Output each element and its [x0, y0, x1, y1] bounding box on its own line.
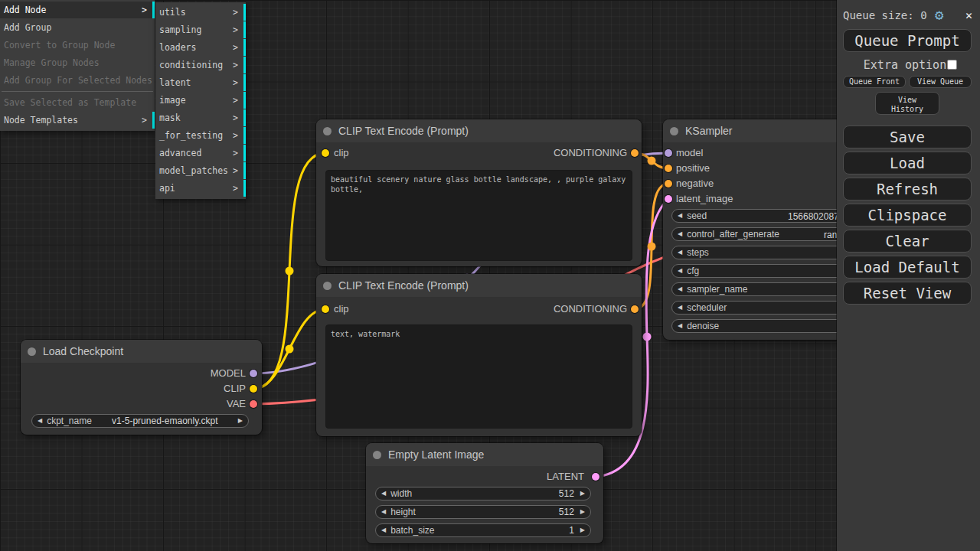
decrement-arrow-icon[interactable]: ◀: [678, 320, 682, 332]
output-slot-conditioning[interactable]: [631, 149, 639, 157]
increment-arrow-icon[interactable]: ▶: [580, 506, 585, 518]
decrement-arrow-icon[interactable]: ◀: [678, 302, 682, 314]
submenu-item-loaders[interactable]: loaders >: [155, 39, 246, 56]
submenu-arrow-icon: >: [233, 180, 238, 197]
node-title-bar[interactable]: Empty Latent Image: [366, 443, 603, 466]
decrement-arrow-icon[interactable]: ◀: [678, 283, 682, 295]
menu-item-manage-group-nodes[interactable]: Manage Group Nodes: [0, 54, 155, 71]
submenu-arrow-icon: >: [142, 112, 147, 129]
queue-front-button[interactable]: Queue Front: [843, 76, 906, 88]
extra-options-checkbox[interactable]: [947, 60, 957, 70]
submenu-arrow-icon: >: [233, 162, 238, 179]
increment-arrow-icon[interactable]: ▶: [580, 487, 585, 500]
output-slot-vae[interactable]: [250, 400, 257, 408]
output-slot-clip[interactable]: [250, 385, 257, 393]
widget-value: 512: [412, 488, 574, 499]
submenu-item-mask[interactable]: mask >: [155, 109, 246, 126]
menu-item-label: latent: [159, 77, 191, 88]
collapse-dot-icon[interactable]: [373, 451, 381, 459]
menu-item-convert-to-group-node[interactable]: Convert to Group Node: [0, 37, 155, 54]
menu-item-label: Add Group: [4, 22, 51, 33]
close-icon[interactable]: ✕: [965, 7, 972, 24]
menu-item-label: image: [159, 95, 186, 106]
widget-name: control_after_generate: [687, 229, 779, 240]
decrement-arrow-icon[interactable]: ◀: [678, 228, 682, 240]
wire-clip-to-negative: [253, 309, 325, 389]
output-slot-latent[interactable]: [592, 473, 599, 481]
decrement-arrow-icon[interactable]: ◀: [38, 415, 42, 427]
menu-item-add-group[interactable]: Add Group: [0, 19, 155, 36]
menu-item-label: utils: [159, 7, 186, 18]
node-clip-text-encode-negative: CLIP Text Encode (Prompt) clip CONDITION…: [316, 274, 642, 436]
comfy-menu-panel: Queue size: 0 ⚙ ✕ Queue Prompt Extra opt…: [837, 0, 980, 551]
refresh-button[interactable]: Refresh: [843, 178, 972, 201]
input-slot-positive[interactable]: [665, 165, 672, 172]
output-label: CONDITIONING: [554, 303, 627, 315]
node-title: Load Checkpoint: [43, 345, 123, 357]
input-slot-latent-image[interactable]: [665, 195, 672, 203]
node-title-bar[interactable]: CLIP Text Encode (Prompt): [316, 119, 642, 142]
positive-prompt-textarea[interactable]: beautiful scenery nature glass bottle la…: [325, 170, 632, 261]
submenu-item-image[interactable]: image >: [155, 92, 246, 109]
node-title-bar[interactable]: CLIP Text Encode (Prompt): [316, 274, 642, 297]
wire-clip-to-positive: [253, 153, 325, 389]
output-label: LATENT: [547, 471, 584, 483]
increment-arrow-icon[interactable]: ▶: [580, 524, 585, 536]
menu-item-add-group-for-selected-nodes[interactable]: Add Group For Selected Nodes: [0, 72, 155, 89]
output-slot-conditioning[interactable]: [631, 305, 639, 313]
clipspace-button[interactable]: Clipspace: [843, 204, 972, 227]
save-button[interactable]: Save: [843, 126, 972, 148]
submenu-item-api[interactable]: api >: [155, 180, 246, 197]
decrement-arrow-icon[interactable]: ◀: [678, 265, 682, 277]
menu-item-node-templates[interactable]: Node Templates >: [0, 112, 155, 129]
collapse-dot-icon[interactable]: [28, 347, 36, 356]
widget-value: 1566802087: [788, 210, 839, 223]
load-default-button[interactable]: Load Default: [843, 256, 972, 279]
input-slot-negative[interactable]: [665, 180, 672, 187]
increment-arrow-icon[interactable]: ▶: [238, 415, 243, 427]
view-history-button[interactable]: View History: [875, 92, 939, 115]
widget-width[interactable]: ◀ width 512 ▶: [375, 487, 591, 500]
load-button[interactable]: Load: [843, 152, 972, 174]
input-label: clip: [334, 303, 349, 315]
negative-prompt-textarea[interactable]: text, watermark: [325, 324, 632, 429]
submenu-item-latent[interactable]: latent >: [155, 74, 246, 91]
decrement-arrow-icon[interactable]: ◀: [381, 487, 386, 500]
widget-batch-size[interactable]: ◀ batch_size 1 ▶: [375, 523, 591, 537]
queue-prompt-button[interactable]: Queue Prompt: [843, 29, 972, 52]
decrement-arrow-icon[interactable]: ◀: [678, 210, 682, 222]
reset-view-button[interactable]: Reset View: [843, 282, 972, 305]
extra-options-label: Extra options: [864, 58, 953, 72]
input-slot-model[interactable]: [665, 149, 672, 157]
collapse-dot-icon[interactable]: [323, 127, 332, 135]
menu-item-save-selected-as-template[interactable]: Save Selected as Template: [0, 94, 155, 111]
submenu-item-utils[interactable]: utils >: [155, 4, 246, 21]
view-queue-button[interactable]: View Queue: [909, 76, 972, 88]
add-node-submenu: utils > sampling > loaders > conditionin…: [155, 2, 246, 199]
node-title: KSampler: [685, 125, 732, 137]
submenu-item-sampling[interactable]: sampling >: [155, 21, 246, 38]
decrement-arrow-icon[interactable]: ◀: [381, 524, 386, 536]
collapse-dot-icon[interactable]: [670, 127, 678, 135]
menu-item-label: Add Group For Selected Nodes: [4, 75, 152, 86]
widget-ckpt-name[interactable]: ◀ ckpt_name v1-5-pruned-emaonly.ckpt ▶: [31, 414, 249, 428]
menu-item-add-node[interactable]: Add Node >: [0, 2, 155, 18]
input-slot-clip[interactable]: [322, 305, 329, 313]
submenu-item-conditioning[interactable]: conditioning >: [155, 57, 246, 73]
widget-name: sampler_name: [687, 284, 747, 295]
menu-item-label: conditioning: [159, 60, 223, 70]
widget-height[interactable]: ◀ height 512 ▶: [375, 505, 591, 519]
submenu-item-advanced[interactable]: advanced >: [155, 145, 246, 161]
settings-gear-icon[interactable]: ⚙: [935, 6, 943, 23]
submenu-item-for-testing[interactable]: _for_testing >: [155, 127, 246, 144]
collapse-dot-icon[interactable]: [323, 282, 332, 290]
menu-item-label: mask: [159, 112, 181, 123]
decrement-arrow-icon[interactable]: ◀: [381, 506, 386, 518]
submenu-item-model-patches[interactable]: model_patches >: [155, 162, 246, 179]
node-title-bar[interactable]: Load Checkpoint: [21, 340, 262, 363]
output-slot-model[interactable]: [250, 370, 257, 377]
input-slot-clip[interactable]: [322, 149, 329, 157]
clear-button[interactable]: Clear: [843, 230, 972, 253]
decrement-arrow-icon[interactable]: ◀: [678, 246, 682, 259]
widget-name: denoise: [687, 321, 719, 331]
